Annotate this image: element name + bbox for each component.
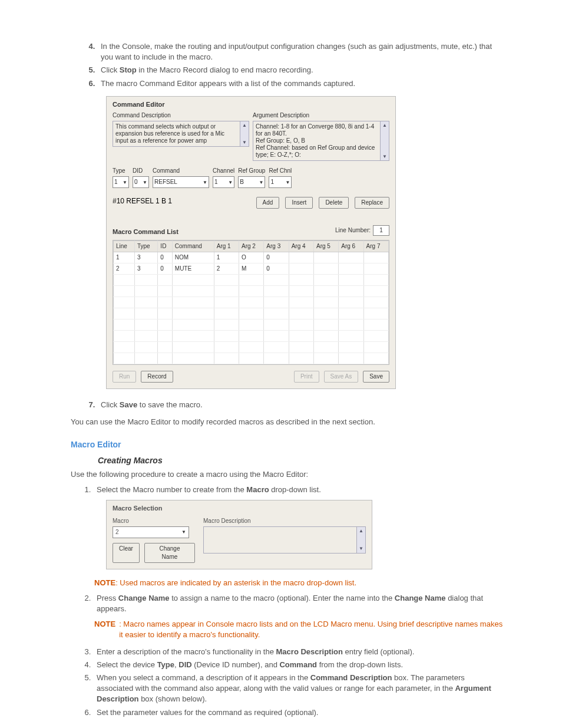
command-select[interactable]: REFSEL▼	[153, 176, 209, 188]
scrollbar[interactable]: ▲▼	[240, 121, 249, 146]
step4-text: In the Console, make the routing and inp…	[101, 42, 492, 61]
type-label: Type	[113, 167, 129, 175]
did-select[interactable]: 0▼	[133, 176, 149, 188]
table-row	[114, 331, 389, 342]
table-header: Line	[114, 241, 135, 252]
macro-selection-dialog: Macro Selection Macro 2▼ Clear Change Na…	[106, 500, 372, 569]
record-button[interactable]: Record	[141, 371, 173, 383]
scrollbar[interactable]: ▲▼	[380, 121, 389, 160]
macro-command-list-title: Macro Command List	[113, 228, 178, 236]
create-step-4: Select the device Type, DID (Device ID n…	[93, 660, 503, 670]
create-step-6: Set the parameter values for the command…	[93, 707, 503, 718]
refchnl-label: Ref Chnl	[269, 167, 292, 175]
print-button[interactable]: Print	[294, 371, 319, 383]
replace-button[interactable]: Replace	[355, 197, 389, 209]
table-row	[114, 353, 389, 364]
table-header: Arg 6	[339, 241, 363, 252]
refgroup-select[interactable]: B▼	[238, 176, 265, 188]
delete-button[interactable]: Delete	[319, 197, 349, 209]
table-row	[114, 286, 389, 297]
macro-label: Macro	[113, 517, 195, 525]
clear-button[interactable]: Clear	[113, 543, 140, 563]
table-row	[114, 275, 389, 286]
table-row	[114, 297, 389, 308]
argument-description-label: Argument Description	[253, 111, 389, 120]
scrollbar[interactable]: ▲▼	[356, 527, 365, 553]
did-label: DID	[133, 167, 149, 175]
table-header: Arg 3	[264, 241, 289, 252]
macro-editor-heading: Macro Editor	[71, 439, 503, 451]
command-line-preview: #10 REFSEL 1 B 1	[113, 196, 172, 206]
channel-label: Channel	[213, 167, 234, 175]
note-2: NOTE : Macro names appear in Console mac…	[94, 619, 503, 640]
command-description-text: This command selects which output or exp…	[113, 121, 240, 146]
run-button[interactable]: Run	[113, 371, 136, 383]
macro-description-label: Macro Description	[203, 517, 366, 525]
paragraph-after: You can use the Macro Editor to modify r…	[71, 417, 503, 427]
create-step-2: Press Change Name to assign a name to th…	[93, 593, 503, 614]
macro-selection-title: Macro Selection	[113, 504, 366, 513]
line-number-field[interactable]: 1	[373, 225, 389, 236]
step-5: Click Stop in the Macro Record dialog to…	[97, 65, 503, 75]
table-header: Arg 1	[214, 241, 239, 252]
macro-description-field[interactable]	[204, 527, 356, 553]
insert-button[interactable]: Insert	[285, 197, 313, 209]
command-description-label: Command Description	[113, 111, 249, 120]
argument-description-text: Channel: 1-8 for an Converge 880, 8i and…	[253, 121, 380, 160]
table-row	[114, 308, 389, 319]
create-step-1: Select the Macro number to create from t…	[93, 485, 503, 495]
note-1: NOTE: Used macros are indicated by an as…	[94, 578, 503, 588]
table-header: Arg 5	[313, 241, 338, 252]
step-6: The macro Command Editor appears with a …	[97, 78, 503, 89]
command-editor-dialog: Command Editor Command Description This …	[106, 96, 396, 390]
type-select[interactable]: 1▼	[113, 176, 129, 188]
table-row	[114, 342, 389, 353]
refgroup-label: Ref Group	[238, 167, 265, 175]
saveas-button[interactable]: Save As	[324, 371, 359, 383]
table-header: ID	[158, 241, 172, 252]
channel-select[interactable]: 1▼	[213, 176, 234, 188]
creating-intro: Use the following procedure to create a …	[71, 469, 503, 480]
change-name-button[interactable]: Change Name	[144, 543, 195, 563]
table-header: Arg 4	[289, 241, 313, 252]
table-row[interactable]: 130NOM1O0	[114, 252, 389, 263]
create-step-5: When you select a command, a description…	[93, 673, 503, 705]
creating-macros-heading: Creating Macros	[98, 455, 503, 467]
step-7: Click Save to save the macro.	[97, 400, 503, 410]
table-row	[114, 319, 389, 331]
table-row[interactable]: 230MUTE2M0	[114, 263, 389, 275]
macro-command-table[interactable]: LineTypeIDCommandArg 1Arg 2Arg 3Arg 4Arg…	[113, 241, 389, 364]
table-header: Arg 2	[239, 241, 264, 252]
table-header: Arg 7	[363, 241, 388, 252]
table-header: Command	[172, 241, 214, 252]
step-4: In the Console, make the routing and inp…	[97, 41, 503, 62]
dialog-title: Command Editor	[113, 100, 389, 109]
save-button[interactable]: Save	[363, 371, 389, 383]
add-button[interactable]: Add	[256, 197, 280, 209]
line-number-label: Line Number:	[335, 226, 371, 235]
table-header: Type	[134, 241, 157, 252]
create-step-3: Enter a description of the macro's funct…	[93, 647, 503, 657]
macro-select[interactable]: 2▼	[113, 526, 189, 538]
command-label: Command	[153, 167, 209, 175]
refchnl-select[interactable]: 1▼	[269, 176, 292, 188]
